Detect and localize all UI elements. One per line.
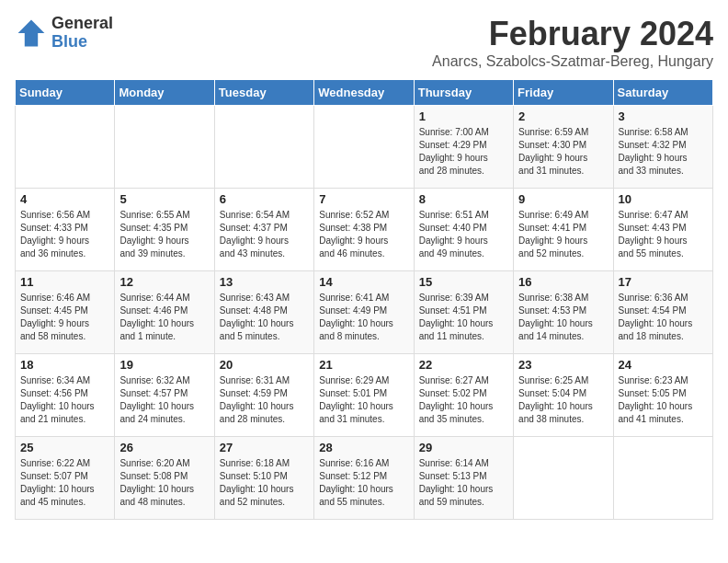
- day-header-monday: Monday: [115, 80, 214, 106]
- day-info: Sunrise: 6:16 AM Sunset: 5:12 PM Dayligh…: [319, 457, 408, 509]
- day-number: 15: [419, 275, 508, 289]
- calendar-cell: 11Sunrise: 6:46 AM Sunset: 4:45 PM Dayli…: [16, 271, 115, 354]
- day-number: 2: [518, 109, 608, 123]
- calendar-cell: 6Sunrise: 6:54 AM Sunset: 4:37 PM Daylig…: [214, 189, 313, 271]
- calendar-subtitle: Anarcs, Szabolcs-Szatmar-Bereg, Hungary: [432, 53, 713, 70]
- header: General Blue February 2024 Anarcs, Szabo…: [15, 15, 713, 70]
- day-header-friday: Friday: [514, 80, 613, 106]
- day-header-wednesday: Wednesday: [314, 80, 414, 106]
- logo-general-text: General: [51, 15, 113, 33]
- calendar-cell: 24Sunrise: 6:23 AM Sunset: 5:05 PM Dayli…: [613, 354, 712, 437]
- calendar-cell: 20Sunrise: 6:31 AM Sunset: 4:59 PM Dayli…: [214, 354, 313, 437]
- day-info: Sunrise: 6:25 AM Sunset: 5:04 PM Dayligh…: [518, 374, 608, 426]
- day-number: 8: [419, 192, 508, 206]
- week-row-4: 18Sunrise: 6:34 AM Sunset: 4:56 PM Dayli…: [16, 354, 713, 437]
- calendar-cell: 21Sunrise: 6:29 AM Sunset: 5:01 PM Dayli…: [314, 354, 414, 437]
- day-number: 22: [419, 358, 508, 372]
- calendar-title: February 2024: [432, 15, 713, 53]
- day-info: Sunrise: 6:46 AM Sunset: 4:45 PM Dayligh…: [20, 292, 109, 343]
- day-number: 5: [119, 192, 209, 206]
- day-number: 13: [220, 275, 309, 289]
- calendar-cell: [314, 106, 414, 189]
- day-info: Sunrise: 6:55 AM Sunset: 4:35 PM Dayligh…: [119, 209, 209, 260]
- calendar-cell: [613, 437, 712, 520]
- day-number: 19: [119, 358, 209, 372]
- day-info: Sunrise: 6:29 AM Sunset: 5:01 PM Dayligh…: [319, 374, 408, 426]
- calendar-cell: 10Sunrise: 6:47 AM Sunset: 4:43 PM Dayli…: [613, 189, 712, 271]
- day-info: Sunrise: 6:56 AM Sunset: 4:33 PM Dayligh…: [20, 209, 109, 260]
- calendar-cell: 5Sunrise: 6:55 AM Sunset: 4:35 PM Daylig…: [115, 189, 214, 271]
- week-row-2: 4Sunrise: 6:56 AM Sunset: 4:33 PM Daylig…: [16, 189, 713, 271]
- calendar-cell: [16, 106, 115, 189]
- day-info: Sunrise: 6:47 AM Sunset: 4:43 PM Dayligh…: [619, 209, 708, 260]
- day-number: 1: [419, 109, 508, 123]
- days-header-row: SundayMondayTuesdayWednesdayThursdayFrid…: [16, 80, 713, 106]
- day-info: Sunrise: 6:59 AM Sunset: 4:30 PM Dayligh…: [518, 126, 608, 178]
- day-number: 14: [319, 275, 408, 289]
- calendar-cell: 27Sunrise: 6:18 AM Sunset: 5:10 PM Dayli…: [214, 437, 313, 520]
- day-number: 4: [20, 192, 109, 206]
- logo-blue-text: Blue: [51, 33, 113, 52]
- day-number: 9: [518, 192, 608, 206]
- day-info: Sunrise: 6:54 AM Sunset: 4:37 PM Dayligh…: [220, 209, 309, 260]
- day-info: Sunrise: 6:52 AM Sunset: 4:38 PM Dayligh…: [319, 209, 408, 260]
- day-info: Sunrise: 6:44 AM Sunset: 4:46 PM Dayligh…: [119, 292, 209, 343]
- calendar-cell: 29Sunrise: 6:14 AM Sunset: 5:13 PM Dayli…: [414, 437, 513, 520]
- calendar-cell: 1Sunrise: 7:00 AM Sunset: 4:29 PM Daylig…: [414, 106, 513, 189]
- day-info: Sunrise: 6:39 AM Sunset: 4:51 PM Dayligh…: [419, 292, 508, 343]
- calendar-cell: 14Sunrise: 6:41 AM Sunset: 4:49 PM Dayli…: [314, 271, 414, 354]
- day-number: 21: [319, 358, 408, 372]
- calendar-cell: [115, 106, 214, 189]
- calendar-cell: 7Sunrise: 6:52 AM Sunset: 4:38 PM Daylig…: [314, 189, 414, 271]
- day-info: Sunrise: 6:27 AM Sunset: 5:02 PM Dayligh…: [419, 374, 508, 426]
- day-info: Sunrise: 6:58 AM Sunset: 4:32 PM Dayligh…: [619, 126, 708, 178]
- day-info: Sunrise: 6:32 AM Sunset: 4:57 PM Dayligh…: [119, 374, 209, 426]
- day-info: Sunrise: 6:31 AM Sunset: 4:59 PM Dayligh…: [220, 374, 309, 426]
- day-info: Sunrise: 6:34 AM Sunset: 4:56 PM Dayligh…: [20, 374, 109, 426]
- calendar-cell: 28Sunrise: 6:16 AM Sunset: 5:12 PM Dayli…: [314, 437, 414, 520]
- day-number: 12: [119, 275, 209, 289]
- calendar-cell: 8Sunrise: 6:51 AM Sunset: 4:40 PM Daylig…: [414, 189, 513, 271]
- day-header-tuesday: Tuesday: [214, 80, 313, 106]
- logo-icon: [15, 17, 48, 50]
- day-number: 24: [619, 358, 708, 372]
- day-header-thursday: Thursday: [414, 80, 513, 106]
- svg-marker-0: [18, 19, 45, 46]
- day-info: Sunrise: 7:00 AM Sunset: 4:29 PM Dayligh…: [419, 126, 508, 178]
- day-number: 18: [20, 358, 109, 372]
- calendar-cell: 16Sunrise: 6:38 AM Sunset: 4:53 PM Dayli…: [514, 271, 613, 354]
- day-number: 17: [619, 275, 708, 289]
- calendar-cell: 15Sunrise: 6:39 AM Sunset: 4:51 PM Dayli…: [414, 271, 513, 354]
- day-info: Sunrise: 6:18 AM Sunset: 5:10 PM Dayligh…: [220, 457, 309, 509]
- day-number: 16: [518, 275, 608, 289]
- calendar-cell: 9Sunrise: 6:49 AM Sunset: 4:41 PM Daylig…: [514, 189, 613, 271]
- day-header-saturday: Saturday: [613, 80, 712, 106]
- day-number: 23: [518, 358, 608, 372]
- logo: General Blue: [15, 15, 113, 52]
- calendar-cell: 25Sunrise: 6:22 AM Sunset: 5:07 PM Dayli…: [16, 437, 115, 520]
- calendar-cell: 18Sunrise: 6:34 AM Sunset: 4:56 PM Dayli…: [16, 354, 115, 437]
- day-info: Sunrise: 6:14 AM Sunset: 5:13 PM Dayligh…: [419, 457, 508, 509]
- day-number: 10: [619, 192, 708, 206]
- calendar-cell: 26Sunrise: 6:20 AM Sunset: 5:08 PM Dayli…: [115, 437, 214, 520]
- calendar-cell: 4Sunrise: 6:56 AM Sunset: 4:33 PM Daylig…: [16, 189, 115, 271]
- day-info: Sunrise: 6:49 AM Sunset: 4:41 PM Dayligh…: [518, 209, 608, 260]
- calendar-cell: 17Sunrise: 6:36 AM Sunset: 4:54 PM Dayli…: [613, 271, 712, 354]
- day-info: Sunrise: 6:20 AM Sunset: 5:08 PM Dayligh…: [119, 457, 209, 509]
- day-info: Sunrise: 6:23 AM Sunset: 5:05 PM Dayligh…: [619, 374, 708, 426]
- day-number: 11: [20, 275, 109, 289]
- day-info: Sunrise: 6:22 AM Sunset: 5:07 PM Dayligh…: [20, 457, 109, 509]
- calendar-cell: 19Sunrise: 6:32 AM Sunset: 4:57 PM Dayli…: [115, 354, 214, 437]
- day-info: Sunrise: 6:51 AM Sunset: 4:40 PM Dayligh…: [419, 209, 508, 260]
- day-info: Sunrise: 6:43 AM Sunset: 4:48 PM Dayligh…: [220, 292, 309, 343]
- calendar-cell: 22Sunrise: 6:27 AM Sunset: 5:02 PM Dayli…: [414, 354, 513, 437]
- day-number: 29: [419, 441, 508, 454]
- day-number: 20: [220, 358, 309, 372]
- calendar-table: SundayMondayTuesdayWednesdayThursdayFrid…: [15, 79, 713, 520]
- day-number: 6: [220, 192, 309, 206]
- calendar-cell: [214, 106, 313, 189]
- day-number: 25: [20, 441, 109, 454]
- calendar-cell: [514, 437, 613, 520]
- day-number: 3: [619, 109, 708, 123]
- calendar-cell: 2Sunrise: 6:59 AM Sunset: 4:30 PM Daylig…: [514, 106, 613, 189]
